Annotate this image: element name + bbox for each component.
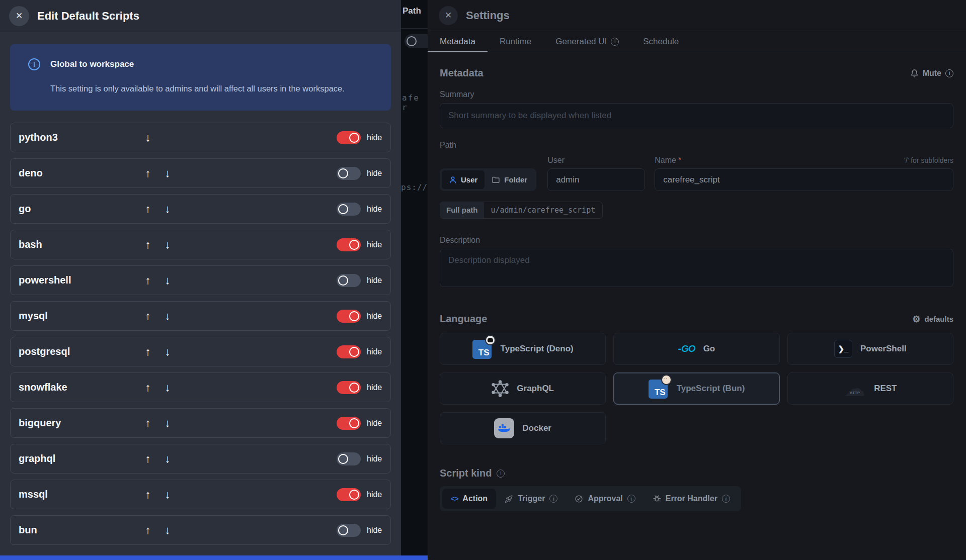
owner-option-user[interactable]: User <box>442 170 485 189</box>
script-language-label: bigquery <box>19 417 141 429</box>
toggle-knob <box>349 383 359 393</box>
info-icon: i <box>28 58 40 70</box>
move-up-button[interactable]: ↑ <box>141 524 154 537</box>
hide-toggle[interactable] <box>337 452 361 465</box>
hide-toggle[interactable] <box>337 238 361 251</box>
hide-toggle-label: hide <box>367 240 383 249</box>
move-down-button[interactable]: ↓ <box>161 167 174 180</box>
language-option-go[interactable]: GOGo <box>613 333 779 365</box>
language-option-label: GraphQL <box>517 384 554 394</box>
tab-runtime[interactable]: Runtime <box>488 31 543 52</box>
check-circle-icon <box>575 495 583 503</box>
owner-option-folder[interactable]: Folder <box>485 170 534 189</box>
script-kind-approval[interactable]: Approvali <box>566 489 643 509</box>
hide-toggle[interactable] <box>337 203 361 216</box>
hide-toggle[interactable] <box>337 417 361 430</box>
move-down-button[interactable]: ↓ <box>161 417 174 430</box>
tab-schedule[interactable]: Schedule <box>631 31 691 52</box>
defaults-label: defaults <box>924 315 953 323</box>
script-language-label: mssql <box>19 489 141 500</box>
tab-metadata[interactable]: Metadata <box>428 31 488 52</box>
language-option-powershell[interactable]: ❯_PowerShell <box>787 333 953 365</box>
hide-toggle[interactable] <box>337 167 361 180</box>
toggle-knob <box>349 240 359 250</box>
script-kind-action[interactable]: <>Action <box>442 489 496 509</box>
user-icon <box>449 176 457 184</box>
move-up-button[interactable]: ↑ <box>141 167 154 180</box>
background-code-fragment: afe r <box>402 93 428 112</box>
toggle-knob <box>349 133 359 143</box>
default-script-row-postgresql: postgresql ↑ ↓ hide <box>10 337 391 366</box>
hide-toggle-label: hide <box>367 205 383 214</box>
mute-button[interactable]: Mute i <box>910 69 953 78</box>
defaults-button[interactable]: ⚙ defaults <box>912 315 953 324</box>
move-down-button[interactable]: ↓ <box>161 452 174 465</box>
move-down-button[interactable]: ↓ <box>161 310 174 323</box>
deno-badge-icon <box>485 335 496 345</box>
tab-generated-ui[interactable]: Generated UI i <box>543 31 631 52</box>
default-script-row-bash: bash ↑ ↓ hide <box>10 230 391 259</box>
hide-toggle[interactable] <box>337 131 361 144</box>
bug-icon <box>653 495 661 503</box>
language-option-label: REST <box>874 384 897 394</box>
typescript-deno-icon: TS <box>472 339 493 359</box>
hide-toggle[interactable] <box>337 381 361 394</box>
language-option-graphql[interactable]: GraphQL <box>440 372 606 405</box>
move-down-button[interactable]: ↓ <box>161 274 174 287</box>
language-option-docker[interactable]: Docker <box>440 412 606 444</box>
move-down-button[interactable]: ↓ <box>161 524 174 537</box>
move-down-button[interactable]: ↓ <box>161 345 174 358</box>
hide-toggle[interactable] <box>337 345 361 358</box>
move-up-button[interactable]: ↑ <box>141 274 154 287</box>
hide-toggle[interactable] <box>337 488 361 501</box>
name-label: Name* <box>655 156 681 165</box>
background-path-label: Path <box>403 6 421 16</box>
language-option-rest[interactable]: ☁HTTPREST <box>787 372 953 405</box>
hide-toggle[interactable] <box>337 524 361 537</box>
script-kind-trigger[interactable]: Triggeri <box>496 489 566 509</box>
move-up-button[interactable]: ↑ <box>141 417 154 430</box>
language-option-label: Go <box>703 344 715 354</box>
move-down-button[interactable]: ↓ <box>161 488 174 501</box>
close-icon[interactable]: ✕ <box>439 6 458 25</box>
background-toggle[interactable] <box>405 34 428 48</box>
move-up-button[interactable]: ↑ <box>141 238 154 251</box>
docker-icon <box>494 418 514 438</box>
move-up-button[interactable]: ↑ <box>141 310 154 323</box>
language-option-typescript-bun-[interactable]: TSTypeScript (Bun) <box>613 372 779 405</box>
hide-toggle[interactable] <box>337 274 361 287</box>
script-language-label: deno <box>19 167 141 179</box>
move-down-button[interactable]: ↓ <box>161 238 174 251</box>
user-input[interactable] <box>547 168 645 191</box>
move-up-button[interactable]: ↑ <box>141 452 154 465</box>
script-language-label: python3 <box>19 132 141 143</box>
hide-toggle-label: hide <box>367 276 383 285</box>
script-language-label: snowflake <box>19 382 141 393</box>
script-language-label: bash <box>19 239 141 250</box>
rocket-icon <box>505 495 513 503</box>
summary-input[interactable] <box>440 103 953 128</box>
language-grid: TSTypeScript (Deno)GOGo❯_PowerShellGraph… <box>440 333 953 444</box>
language-option-typescript-deno-[interactable]: TSTypeScript (Deno) <box>440 333 606 365</box>
language-heading: Language <box>440 313 487 325</box>
move-up-button[interactable]: ↑ <box>141 345 154 358</box>
close-icon[interactable]: ✕ <box>9 6 29 26</box>
name-input[interactable] <box>655 168 953 191</box>
script-kind-heading: Script kind <box>440 468 492 479</box>
move-up-button[interactable]: ↑ <box>141 488 154 501</box>
description-textarea[interactable] <box>440 249 953 287</box>
script-kind-error-handler[interactable]: Error Handleri <box>644 489 739 509</box>
summary-label: Summary <box>440 90 953 99</box>
hide-toggle[interactable] <box>337 310 361 323</box>
script-language-label: graphql <box>19 453 141 464</box>
default-script-row-snowflake: snowflake ↑ ↓ hide <box>10 372 391 402</box>
move-down-button[interactable]: ↓ <box>161 381 174 394</box>
move-down-button[interactable]: ↓ <box>141 131 154 144</box>
move-down-button[interactable]: ↓ <box>161 203 174 216</box>
settings-title: Settings <box>466 9 510 22</box>
metadata-heading: Metadata <box>440 67 484 79</box>
owner-kind-toggle: UserFolder <box>440 168 536 191</box>
move-up-button[interactable]: ↑ <box>141 381 154 394</box>
move-up-button[interactable]: ↑ <box>141 203 154 216</box>
script-kind-info-icon: i <box>497 470 505 478</box>
